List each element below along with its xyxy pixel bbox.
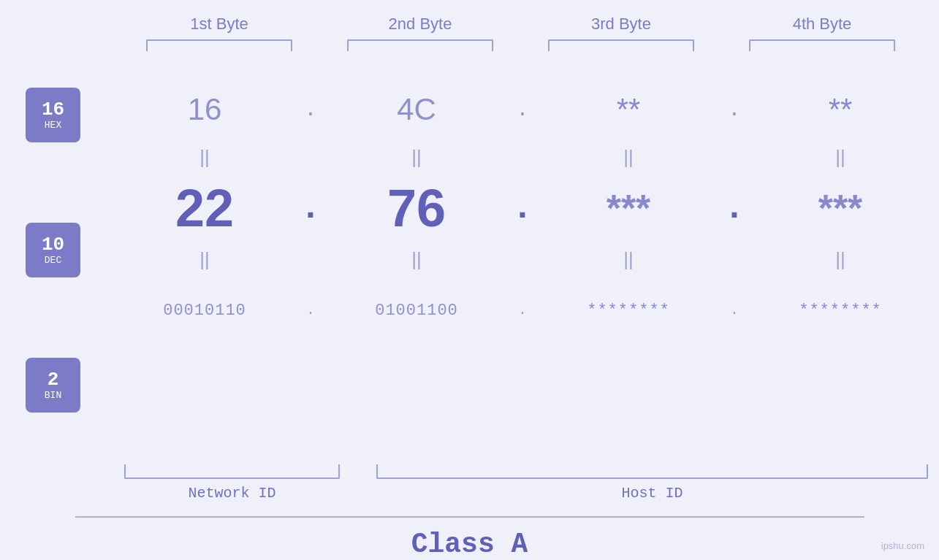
byte2-header: 2nd Byte — [340, 15, 501, 34]
hex-badge-label: HEX — [45, 120, 61, 131]
dec-badge-label: DEC — [45, 255, 61, 266]
bin-badge-num: 2 — [47, 369, 59, 391]
dec-byte4: *** — [753, 186, 928, 230]
byte3-header: 3rd Byte — [541, 15, 702, 34]
bracket-byte2 — [347, 39, 493, 51]
bin-byte4: ******** — [753, 302, 928, 320]
hex-byte4: ** — [753, 92, 928, 127]
data-columns: 16 . 4C . ** . ** — [106, 51, 939, 461]
bin-dot2: . — [504, 303, 541, 318]
equals-row-1: || || || || — [106, 142, 939, 172]
dec-byte3: *** — [541, 186, 716, 230]
hex-dot2: . — [504, 99, 541, 121]
bin-badge: 2 BIN — [26, 358, 80, 413]
bottom-brackets — [124, 464, 928, 479]
equals-dec-bin-3: || — [541, 248, 716, 271]
dec-dot2: . — [504, 188, 541, 228]
equals-dec-bin-2: || — [329, 248, 504, 271]
bracket-byte3 — [548, 39, 694, 51]
dec-badge-num: 10 — [42, 234, 64, 256]
bin-dot3: . — [716, 303, 753, 318]
host-bracket — [376, 464, 928, 479]
dec-dot3: . — [716, 188, 753, 228]
dec-dot1: . — [292, 188, 329, 228]
dec-badge: 10 DEC — [26, 223, 80, 277]
bracket-gap — [340, 464, 376, 479]
hex-dot3: . — [716, 99, 753, 121]
equals-hex-dec-1: || — [117, 146, 292, 169]
hex-dot1: . — [292, 99, 329, 121]
hex-byte2: 4C — [329, 92, 504, 127]
equals-hex-dec-3: || — [541, 146, 716, 169]
network-bracket — [124, 464, 340, 479]
hex-byte3: ** — [541, 92, 716, 127]
equals-row-2: || || || || — [106, 245, 939, 274]
id-labels: Network ID Host ID — [124, 485, 928, 502]
byte4-header: 4th Byte — [742, 15, 902, 34]
bin-badge-label: BIN — [45, 390, 61, 401]
bin-dot1: . — [292, 303, 329, 318]
content-area: 16 HEX 10 DEC 2 BIN 16 — [0, 51, 939, 461]
class-divider — [75, 516, 864, 518]
network-id-label: Network ID — [124, 485, 340, 502]
badge-column: 16 HEX 10 DEC 2 BIN — [0, 51, 106, 461]
top-brackets — [119, 39, 923, 51]
host-id-label: Host ID — [376, 485, 928, 502]
hex-badge-num: 16 — [42, 99, 64, 120]
watermark: ipshu.com — [881, 540, 924, 551]
bracket-byte4 — [749, 39, 895, 51]
bin-row: 00010110 . 01001100 . ******** . — [106, 281, 939, 340]
class-label: Class A — [0, 529, 939, 560]
main-container: 1st Byte 2nd Byte 3rd Byte 4th Byte 16 H… — [0, 0, 939, 560]
hex-badge: 16 HEX — [26, 88, 80, 142]
equals-hex-dec-4: || — [753, 146, 928, 169]
bin-byte3: ******** — [541, 302, 716, 320]
hex-byte1: 16 — [117, 92, 292, 127]
equals-dec-bin-1: || — [117, 248, 292, 271]
dec-byte1: 22 — [117, 178, 292, 238]
equals-dec-bin-4: || — [753, 248, 928, 271]
dec-row: 22 . 76 . *** . *** — [106, 172, 939, 245]
byte-headers: 1st Byte 2nd Byte 3rd Byte 4th Byte — [119, 15, 923, 34]
label-gap — [340, 485, 376, 502]
dec-byte2: 76 — [329, 178, 504, 238]
equals-hex-dec-2: || — [329, 146, 504, 169]
hex-row: 16 . 4C . ** . ** — [106, 77, 939, 142]
bracket-byte1 — [146, 39, 292, 51]
bin-byte2: 01001100 — [329, 302, 504, 320]
bin-byte1: 00010110 — [117, 302, 292, 320]
byte1-header: 1st Byte — [139, 15, 300, 34]
